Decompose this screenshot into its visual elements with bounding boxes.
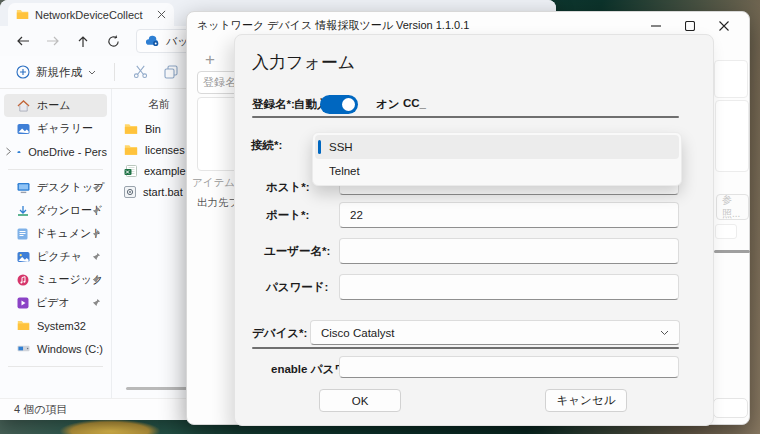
pin-icon <box>92 206 101 215</box>
pin-icon <box>92 229 101 238</box>
device-label: デバイス*: <box>252 326 307 341</box>
gallery-icon <box>17 123 30 135</box>
bg-bottom-right-box <box>713 398 748 418</box>
sidebar-item-home[interactable]: ホーム <box>4 94 107 117</box>
new-button-label: 新規作成 <box>36 65 82 80</box>
toggle-knob <box>342 98 355 111</box>
password-input[interactable] <box>339 274 679 300</box>
sidebar-item-label: Windows (C:) <box>37 343 103 355</box>
new-button[interactable]: 新規作成 <box>10 60 102 85</box>
onedrive-cloud-icon <box>17 147 21 157</box>
cancel-button[interactable]: キャンセル <box>545 389 627 412</box>
section-divider <box>252 347 679 349</box>
register-name-label: 登録名*: <box>252 97 295 112</box>
folder-icon <box>124 144 138 156</box>
port-label: ポート*: <box>266 208 309 223</box>
sidebar-item-desktop[interactable]: デスクトップ <box>4 176 107 199</box>
ok-button[interactable]: OK <box>319 389 401 412</box>
sidebar-item-label: OneDrive - Pers <box>28 146 107 158</box>
chevron-down-icon <box>660 330 669 336</box>
pictures-icon <box>17 251 30 263</box>
refresh-button[interactable] <box>98 29 128 53</box>
file-name: licenses <box>145 144 185 156</box>
sidebar-item-documents[interactable]: ドキュメント <box>4 222 107 245</box>
register-prefix-value: CC_ <box>403 97 426 109</box>
tool-window: ネットワーク デバイス 情報採取ツール Version 1.1.0.1 + 登録… <box>186 11 750 425</box>
sidebar-item-downloads[interactable]: ダウンロード <box>4 199 107 222</box>
pin-icon <box>92 298 101 307</box>
explorer-tab-label: NetworkDeviceCollect <box>35 9 143 21</box>
host-label: ホスト*: <box>266 180 310 195</box>
scissors-icon <box>133 65 148 79</box>
forward-button[interactable] <box>38 29 68 53</box>
browse-button-bg[interactable]: 参照... <box>716 194 749 220</box>
input-form-dialog: 入力フォーム 登録名*: 自動入力 オン CC_ 接続*: ホスト*: ポート*… <box>234 34 714 426</box>
maximize-icon <box>685 21 695 31</box>
sidebar-item-system32[interactable]: System32 <box>4 314 107 337</box>
close-icon <box>719 21 729 31</box>
dropdown-option-ssh[interactable]: SSH <box>315 135 679 159</box>
back-button[interactable] <box>8 29 38 53</box>
add-tab-button[interactable]: + <box>205 50 215 70</box>
section-divider <box>252 116 679 118</box>
selection-indicator <box>318 140 321 154</box>
close-button[interactable] <box>707 16 741 36</box>
bg-small-box <box>715 224 737 239</box>
auto-input-toggle[interactable] <box>320 95 358 114</box>
bg-divider <box>714 250 750 253</box>
copy-icon <box>164 65 178 79</box>
username-label: ユーザー名*: <box>264 244 330 259</box>
bg-panel-box <box>714 60 748 98</box>
enable-password-input[interactable] <box>339 356 679 378</box>
sidebar-separator <box>8 366 103 367</box>
window-controls <box>639 16 741 36</box>
device-select[interactable]: Cisco Catalyst <box>310 320 680 345</box>
drive-icon <box>17 343 30 354</box>
window-title: ネットワーク デバイス 情報採取ツール Version 1.1.0.1 <box>197 18 469 33</box>
chevron-down-icon <box>88 70 96 75</box>
pin-icon <box>92 183 101 192</box>
refresh-icon <box>107 35 120 48</box>
item-count: 4 個の項目 <box>14 402 67 417</box>
chevron-right-icon[interactable] <box>5 147 12 156</box>
maximize-button[interactable] <box>673 16 707 36</box>
folder-icon <box>124 123 138 135</box>
bg-panel-box <box>715 100 749 172</box>
home-icon <box>17 100 30 112</box>
sidebar-item-label: ピクチャ <box>37 249 82 264</box>
download-icon <box>17 205 29 217</box>
port-input[interactable] <box>339 202 679 228</box>
minimize-icon <box>651 25 661 27</box>
dropdown-option-telnet[interactable]: Telnet <box>315 159 679 183</box>
pin-icon <box>92 275 101 284</box>
back-icon <box>16 35 30 47</box>
cut-button[interactable] <box>127 60 154 84</box>
video-icon <box>17 297 29 309</box>
username-input[interactable] <box>339 238 679 264</box>
desktop-icon <box>17 182 30 194</box>
file-name: start.bat <box>143 186 183 198</box>
explorer-tab[interactable]: NetworkDeviceCollect <box>8 3 174 26</box>
tab-close-icon[interactable] <box>157 10 166 19</box>
sidebar-item-gallery[interactable]: ギャラリー <box>4 117 107 140</box>
sidebar-item-videos[interactable]: ビデオ <box>4 291 107 314</box>
explorer-sidebar: ホーム ギャラリー OneDrive - Pers デスクトップ <box>0 89 112 398</box>
sidebar-item-windows-c[interactable]: Windows (C:) <box>4 337 107 360</box>
sidebar-item-pictures[interactable]: ピクチャ <box>4 245 107 268</box>
up-button[interactable] <box>68 29 98 53</box>
sidebar-item-music[interactable]: ミュージック <box>4 268 107 291</box>
minimize-button[interactable] <box>639 16 673 36</box>
music-icon <box>17 274 29 286</box>
sidebar-item-label: System32 <box>37 320 86 332</box>
password-label: パスワード: <box>266 280 328 295</box>
pin-icon <box>92 252 101 261</box>
folder-icon <box>17 320 30 331</box>
option-label: Telnet <box>329 165 360 177</box>
sidebar-item-onedrive[interactable]: OneDrive - Pers <box>4 140 107 163</box>
plus-circle-icon <box>16 65 30 79</box>
sidebar-separator <box>8 169 103 170</box>
backup-cloud-icon <box>145 35 160 47</box>
copy-button[interactable] <box>158 60 184 84</box>
desktop: NetworkDeviceCollect バック <box>0 0 760 434</box>
connection-label: 接続*: <box>251 138 282 153</box>
